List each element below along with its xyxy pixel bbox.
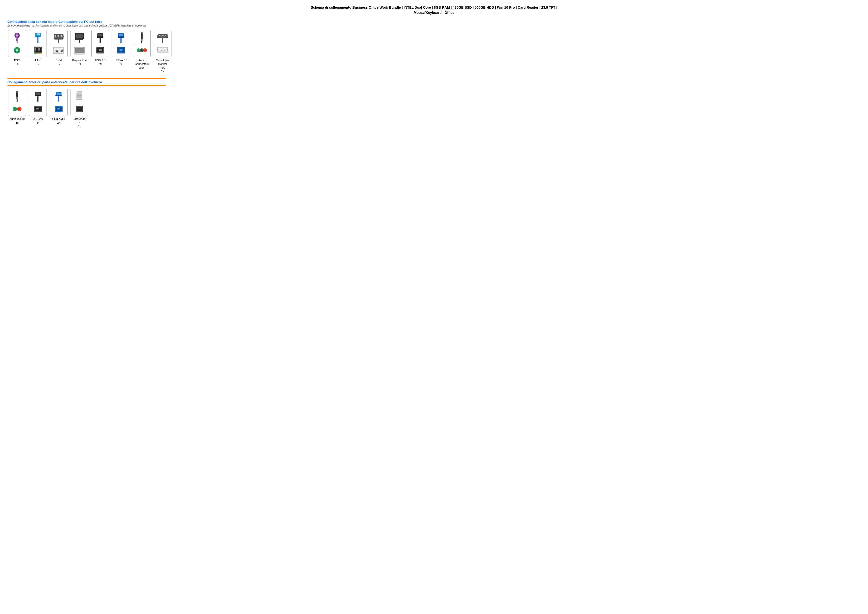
svg-point-41 (61, 36, 62, 37)
connector-usb20: USB 2.04x (91, 30, 110, 73)
usb20-port-icon (94, 45, 106, 55)
svg-rect-81 (119, 34, 123, 36)
svg-point-62 (61, 50, 62, 51)
lan-port-icon (32, 45, 44, 55)
svg-rect-141 (78, 94, 78, 96)
serial-port-icon (157, 45, 169, 55)
usb20-front-label: USB 2.03x (33, 117, 43, 124)
svg-point-61 (60, 50, 60, 51)
svg-rect-129 (35, 95, 41, 96)
svg-point-126 (19, 108, 20, 110)
svg-rect-22 (36, 36, 40, 37)
ps2-port-icon (11, 45, 23, 55)
svg-point-42 (56, 38, 56, 38)
usba30-cable-icon (115, 32, 127, 43)
svg-point-44 (58, 38, 59, 38)
svg-point-37 (56, 36, 56, 37)
svg-rect-147 (78, 108, 81, 109)
svg-point-110 (160, 49, 161, 49)
connector-usb20-front: USB 2.03x (28, 89, 48, 128)
svg-point-35 (60, 35, 60, 36)
svg-rect-146 (77, 107, 82, 111)
svg-point-60 (59, 50, 59, 51)
svg-point-47 (54, 36, 55, 37)
rear-connectors-row: PS/22x (8, 30, 860, 73)
svg-point-103 (163, 37, 164, 37)
svg-point-63 (55, 51, 56, 52)
dvi-port-icon (53, 45, 65, 55)
orange-divider (8, 78, 166, 79)
displayport-cable-icon (73, 32, 85, 43)
svg-rect-27 (38, 48, 39, 51)
audio-cable-icon (136, 32, 148, 43)
svg-point-5 (16, 34, 16, 35)
svg-point-48 (62, 36, 64, 37)
dvi-label: DVI-I1x (56, 59, 62, 66)
svg-rect-135 (56, 95, 62, 96)
svg-rect-128 (36, 93, 40, 95)
svg-point-94 (144, 50, 146, 51)
svg-rect-21 (39, 33, 40, 36)
svg-point-45 (60, 38, 60, 38)
svg-marker-95 (157, 34, 168, 38)
cardreader-label: Cardreader*1x (73, 117, 86, 128)
svg-point-106 (167, 36, 168, 37)
front-connectors-row: Audio In/Out1x (8, 89, 860, 128)
svg-point-55 (60, 49, 60, 49)
svg-point-39 (58, 36, 59, 37)
usba30-port-icon (115, 45, 127, 55)
svg-rect-8 (16, 38, 18, 41)
connector-cardreader: Cardreader*1x (70, 89, 89, 128)
section-rear-subtitle: (le connessioni del monitor/scheda grafi… (8, 24, 860, 27)
svg-point-33 (57, 35, 57, 36)
svg-point-59 (57, 50, 58, 51)
svg-point-43 (57, 38, 57, 38)
svg-rect-69 (62, 50, 63, 51)
section-front: Collegamenti anteriori parte anteriore/s… (8, 78, 860, 128)
svg-point-36 (61, 35, 62, 36)
svg-point-102 (161, 37, 162, 37)
svg-point-11 (17, 48, 17, 49)
ps2-cable-icon (11, 32, 23, 43)
svg-point-40 (60, 36, 60, 37)
audio-label: AudioConnectors2.0x (135, 59, 149, 70)
svg-point-15 (15, 51, 16, 52)
svg-rect-26 (37, 48, 37, 51)
audio-ports-icon (136, 45, 148, 55)
svg-point-111 (162, 49, 162, 49)
svg-point-13 (18, 51, 19, 52)
cardreader-slot-icon (73, 104, 85, 114)
section-front-heading: Collegamenti anteriori parte anteriore/s… (8, 80, 860, 84)
svg-rect-138 (57, 108, 60, 109)
connector-displayport: Display Port1x (70, 30, 89, 73)
svg-point-68 (61, 51, 62, 52)
svg-point-90 (138, 50, 139, 51)
connector-usba30: USB-A 3.02x (112, 30, 131, 73)
section-rear-heading: Connessioni della scheda madre Connessio… (8, 20, 860, 23)
svg-point-58 (56, 50, 57, 51)
svg-point-64 (56, 51, 57, 52)
svg-point-100 (165, 35, 166, 36)
audio-front-cable-icon (11, 91, 23, 101)
connector-audio-front: Audio In/Out1x (8, 89, 27, 128)
svg-point-2 (17, 33, 17, 34)
svg-point-12 (18, 49, 19, 50)
svg-point-116 (163, 51, 163, 51)
svg-point-115 (161, 51, 161, 51)
usb20-cable-icon (94, 32, 106, 43)
svg-point-121 (16, 91, 18, 93)
connector-dvi: DVI-I1x (49, 30, 68, 73)
usba30-front-cable-icon (53, 91, 65, 101)
svg-point-32 (56, 35, 56, 36)
svg-point-118 (157, 49, 158, 50)
displayport-label: Display Port1x (72, 59, 87, 66)
page-title: Schema di collegamento Business Office W… (8, 5, 860, 16)
svg-rect-132 (36, 108, 39, 109)
svg-rect-122 (16, 97, 18, 99)
svg-marker-108 (158, 48, 167, 52)
svg-point-113 (165, 49, 165, 49)
svg-point-124 (14, 108, 16, 110)
svg-point-109 (159, 49, 160, 49)
svg-rect-142 (79, 94, 79, 96)
usba30-label: USB-A 3.02x (115, 59, 127, 66)
